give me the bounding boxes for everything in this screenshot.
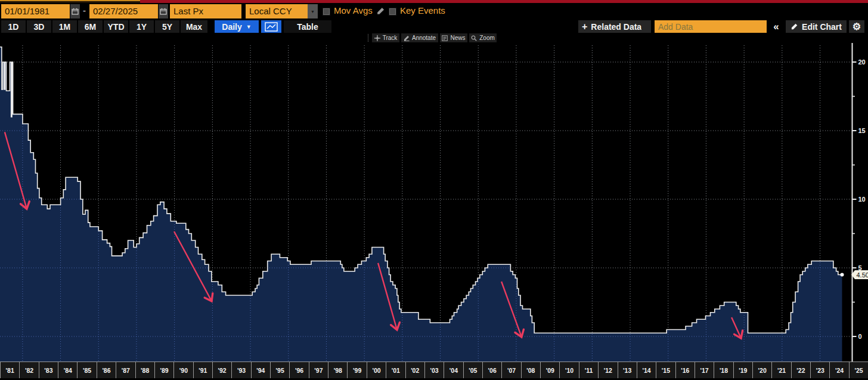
year-label: '23	[810, 362, 829, 378]
year-label: '92	[212, 362, 231, 378]
year-label: '98	[328, 362, 347, 378]
year-label: '19	[733, 362, 752, 378]
year-label: '25	[849, 362, 868, 378]
last-price-tag: 4.50	[851, 270, 868, 279]
calendar-icon	[72, 8, 79, 15]
date-from-calendar-button[interactable]	[70, 4, 80, 18]
year-label: '99	[347, 362, 366, 378]
year-label: '18	[714, 362, 733, 378]
related-data-label: Related Data	[591, 22, 641, 32]
related-data-button[interactable]: + Related Data	[578, 20, 651, 33]
line-chart-type-button[interactable]	[261, 20, 281, 33]
year-label: '11	[579, 362, 598, 378]
year-label: '96	[289, 362, 308, 378]
range-button-3d[interactable]: 3D	[27, 20, 51, 33]
year-label: '86	[97, 362, 116, 378]
plus-icon: +	[582, 21, 587, 32]
year-label: '22	[791, 362, 810, 378]
year-label: '89	[154, 362, 173, 378]
chevron-down-icon: ▼	[246, 24, 252, 30]
year-label: '05	[463, 362, 482, 378]
year-label: '14	[637, 362, 656, 378]
range-button-ytd[interactable]: YTD	[104, 20, 128, 33]
year-label: '83	[39, 362, 58, 378]
line-chart-icon	[265, 22, 278, 32]
year-label: '90	[173, 362, 193, 378]
year-label: '93	[231, 362, 250, 378]
range-button-max[interactable]: Max	[181, 20, 207, 33]
y-axis: 05101520	[852, 43, 866, 362]
range-button-1d[interactable]: 1D	[1, 20, 26, 33]
year-label: '24	[829, 362, 848, 378]
date-to-calendar-button[interactable]	[159, 4, 168, 18]
range-button-1m[interactable]: 1M	[52, 20, 77, 33]
zoom-button[interactable]: Zoom	[469, 33, 497, 42]
year-label: '85	[77, 362, 96, 378]
magnifier-icon	[471, 35, 477, 41]
key-events-checkbox[interactable]	[389, 8, 396, 16]
top-strip-left	[0, 0, 140, 3]
zoom-label: Zoom	[479, 35, 495, 41]
pencil-icon	[790, 23, 798, 30]
year-label: '02	[405, 362, 424, 378]
year-label: '88	[135, 362, 154, 378]
date-from-field[interactable]: 01/01/1981	[1, 4, 70, 18]
annotate-button[interactable]: Annotate	[401, 33, 438, 42]
y-axis-tick-label: 10	[858, 196, 866, 203]
year-label: '95	[270, 362, 289, 378]
year-label: '20	[752, 362, 771, 378]
collapse-panel-button[interactable]: «	[769, 20, 783, 33]
y-axis-tick-label: 20	[858, 58, 866, 66]
track-crosshair-icon	[374, 35, 380, 41]
year-label: '84	[58, 362, 77, 378]
x-axis-year-row: '81'82'83'84'85'86'87'88'89'90'91'92'93'…	[0, 362, 868, 378]
year-label: '16	[675, 362, 695, 378]
year-label: '00	[367, 362, 386, 378]
chevron-down-icon: ▼	[311, 10, 315, 14]
chart-plot-area[interactable]: 051015204.50	[0, 43, 868, 362]
annotate-pencil-icon	[404, 35, 410, 41]
annotate-label: Annotate	[412, 35, 436, 41]
news-label: News	[450, 35, 465, 41]
year-label: '21	[771, 362, 790, 378]
year-label: '07	[501, 362, 520, 378]
price-field-selector[interactable]: Last Px	[170, 4, 241, 18]
mov-avgs-label: Mov Avgs	[334, 5, 373, 16]
mov-avgs-checkbox[interactable]	[323, 8, 330, 16]
svg-text:4.50: 4.50	[857, 271, 868, 279]
mov-avgs-edit-button[interactable]	[376, 7, 385, 18]
news-button[interactable]: News	[440, 33, 467, 42]
track-label: Track	[383, 35, 398, 41]
table-button[interactable]: Table	[284, 20, 331, 33]
add-data-input[interactable]	[655, 20, 767, 33]
y-axis-tick-label: 15	[858, 127, 866, 134]
year-label: '97	[309, 362, 328, 378]
year-label: '12	[598, 362, 617, 378]
range-button-1y[interactable]: 1Y	[129, 20, 154, 33]
year-label: '01	[386, 362, 405, 378]
currency-selector[interactable]: Local CCY	[246, 4, 308, 18]
year-label: '81	[0, 362, 19, 378]
year-label: '06	[482, 362, 501, 378]
period-dropdown[interactable]: Daily ▼	[215, 20, 259, 33]
year-label: '15	[656, 362, 675, 378]
year-label: '03	[424, 362, 444, 378]
year-label: '09	[540, 362, 559, 378]
calendar-icon	[160, 8, 167, 15]
date-to-field[interactable]: 02/27/2025	[89, 4, 158, 18]
key-events-label: Key Events	[400, 5, 445, 16]
year-label: '17	[695, 362, 714, 378]
edit-chart-button[interactable]: Edit Chart	[786, 20, 847, 33]
year-label: '08	[521, 362, 540, 378]
currency-dropdown-button[interactable]: ▼	[308, 4, 318, 18]
area-fill	[0, 47, 842, 362]
mini-toolbar-separator	[368, 34, 368, 42]
period-label: Daily	[222, 22, 241, 32]
year-label: '04	[444, 362, 463, 378]
range-button-5y[interactable]: 5Y	[155, 20, 179, 33]
edit-chart-label: Edit Chart	[802, 22, 842, 32]
track-button[interactable]: Track	[372, 33, 399, 42]
chart-settings-button[interactable]: ⚙	[849, 20, 864, 33]
year-label: '91	[193, 362, 212, 378]
range-button-6m[interactable]: 6M	[78, 20, 103, 33]
